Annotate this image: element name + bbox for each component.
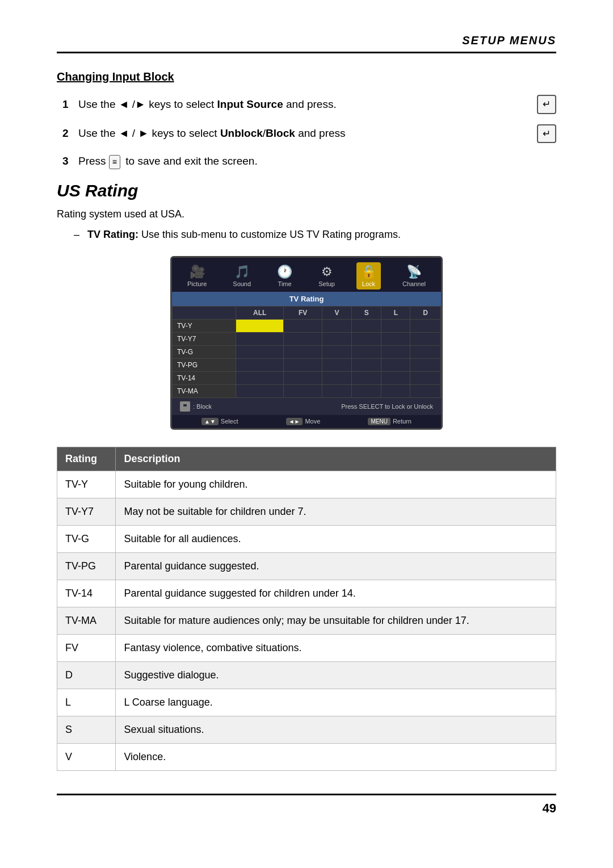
tv-table-header-row: ALL FV V S L D (173, 306, 441, 319)
channel-icon: 📡 (406, 265, 422, 279)
rating-cell-10: V (57, 743, 116, 770)
cell-tv-g-d (410, 345, 441, 358)
cell-tv-y7-s (352, 332, 381, 345)
tv-rating-label: TV Rating: (87, 229, 138, 240)
nav-move: ◄► Move (286, 418, 321, 425)
rating-cell-0: TV-Y (57, 471, 116, 498)
tv-footer-right: Press SELECT to Lock or Unlock (341, 403, 433, 410)
page-number: 49 (57, 801, 556, 816)
ratings-row-1: TV-Y7May not be suitable for children un… (57, 498, 556, 525)
label-tv-y7: TV-Y7 (173, 332, 236, 345)
cell-tv-14-l (381, 371, 410, 384)
setup-label: Setup (318, 280, 335, 287)
rating-cell-9: S (57, 716, 116, 743)
step-1-text: Use the ◄ /► keys to select Input Source… (78, 97, 526, 113)
cell-tv-y-v (322, 319, 351, 332)
header: SETUP MENUS (57, 34, 556, 47)
rating-cell-2: TV-G (57, 525, 116, 552)
tv-menu-setup: ⚙ Setup (314, 262, 339, 290)
cell-tv-ma-fv (284, 384, 322, 397)
col-empty (173, 306, 236, 319)
picture-label: Picture (187, 280, 207, 287)
tv-rating-desc: Use this sub-menu to customize US TV Rat… (141, 229, 401, 240)
changing-input-block-section: Changing Input Block 1 Use the ◄ /► keys… (57, 70, 556, 170)
col-v: V (322, 306, 351, 319)
step-2-num: 2 (62, 125, 78, 142)
tv-rating-bullet: – TV Rating: Use this sub-menu to custom… (74, 227, 556, 242)
cell-tv-y7-all (236, 332, 284, 345)
block-label: : Block (193, 403, 212, 410)
cell-tv-g-v (322, 345, 351, 358)
tv-footer: : Block Press SELECT to Lock or Unlock (172, 398, 441, 415)
cell-tv-g-fv (284, 345, 322, 358)
nav-select: ▲▼ Select (201, 418, 238, 425)
ratings-row-10: VViolence. (57, 743, 556, 770)
cell-tv-ma-l (381, 384, 410, 397)
cell-tv-ma-all (236, 384, 284, 397)
step-3-num: 3 (62, 153, 78, 170)
ratings-row-0: TV-YSuitable for young children. (57, 471, 556, 498)
ratings-row-6: FVFantasy violence, combative situations… (57, 634, 556, 661)
desc-cell-7: Suggestive dialogue. (116, 661, 556, 689)
rating-cell-5: TV-MA (57, 607, 116, 634)
tv-screen: 🎥 Picture 🎵 Sound 🕐 Time ⚙ Setup 🔒 (170, 256, 443, 430)
ratings-table-header-row: Rating Description (57, 447, 556, 471)
cell-tv-14-all (236, 371, 284, 384)
col-all: ALL (236, 306, 284, 319)
ratings-row-4: TV-14Parental guidance suggested for chi… (57, 580, 556, 607)
tv-rating-table: ALL FV V S L D TV-Y (172, 306, 441, 398)
col-fv: FV (284, 306, 322, 319)
cell-tv-y7-l (381, 332, 410, 345)
rating-subtitle: Rating system used at USA. (57, 208, 556, 220)
nav-move-btn: ◄► (286, 418, 303, 425)
ratings-table: Rating Description TV-YSuitable for youn… (57, 447, 556, 771)
ratings-row-8: LL Coarse language. (57, 689, 556, 716)
rating-cell-3: TV-PG (57, 552, 116, 580)
svg-rect-2 (183, 404, 187, 406)
enter-icon-1: ↵ (537, 95, 556, 114)
enter-icon-2: ↵ (537, 124, 556, 144)
desc-cell-9: Sexual situations. (116, 716, 556, 743)
tv-content: TV Rating ALL FV V S L D (172, 292, 441, 428)
cell-tv-14-fv (284, 371, 322, 384)
cell-tv-g-l (381, 345, 410, 358)
cell-tv-y7-d (410, 332, 441, 345)
tv-footer-left: : Block (180, 401, 212, 412)
cell-tv-ma-d (410, 384, 441, 397)
desc-cell-3: Parental guidance suggested. (116, 552, 556, 580)
label-tv-g: TV-G (173, 345, 236, 358)
tv-menu-channel: 📡 Channel (398, 262, 430, 290)
sound-label: Sound (233, 280, 251, 287)
label-tv-ma: TV-MA (173, 384, 236, 397)
cell-tv-14-v (322, 371, 351, 384)
ratings-row-9: SSexual situations. (57, 716, 556, 743)
cell-tv-y-d (410, 319, 441, 332)
label-tv-y: TV-Y (173, 319, 236, 332)
nav-move-label: Move (305, 418, 320, 425)
row-tv-pg: TV-PG (173, 358, 441, 371)
lock-icon: 🔒 (361, 265, 376, 279)
lock-label: Lock (362, 280, 375, 287)
ratings-row-3: TV-PGParental guidance suggested. (57, 552, 556, 580)
step-2: 2 Use the ◄ / ► keys to select Unblock/B… (62, 124, 556, 144)
tv-nav-bar: ▲▼ Select ◄► Move MENU Return (172, 415, 441, 428)
step-list: 1 Use the ◄ /► keys to select Input Sour… (62, 95, 556, 170)
desc-cell-4: Parental guidance suggested for children… (116, 580, 556, 607)
bullet-dash: – (74, 227, 79, 242)
desc-cell-2: Suitable for all audiences. (116, 525, 556, 552)
col-d: D (410, 306, 441, 319)
cell-tv-pg-v (322, 358, 351, 371)
row-tv-y7: TV-Y7 (173, 332, 441, 345)
col-header-description: Description (116, 447, 556, 471)
desc-cell-10: Violence. (116, 743, 556, 770)
nav-return-btn: MENU (368, 418, 390, 425)
label-tv-14: TV-14 (173, 371, 236, 384)
picture-icon: 🎥 (190, 265, 205, 279)
tv-menu-bar: 🎥 Picture 🎵 Sound 🕐 Time ⚙ Setup 🔒 (172, 258, 441, 292)
cell-tv-y7-fv (284, 332, 322, 345)
rating-cell-1: TV-Y7 (57, 498, 116, 525)
ratings-row-2: TV-GSuitable for all audiences. (57, 525, 556, 552)
us-rating-section: US Rating Rating system used at USA. – T… (57, 181, 556, 771)
step-1: 1 Use the ◄ /► keys to select Input Sour… (62, 95, 556, 114)
header-title: SETUP MENUS (462, 34, 556, 47)
